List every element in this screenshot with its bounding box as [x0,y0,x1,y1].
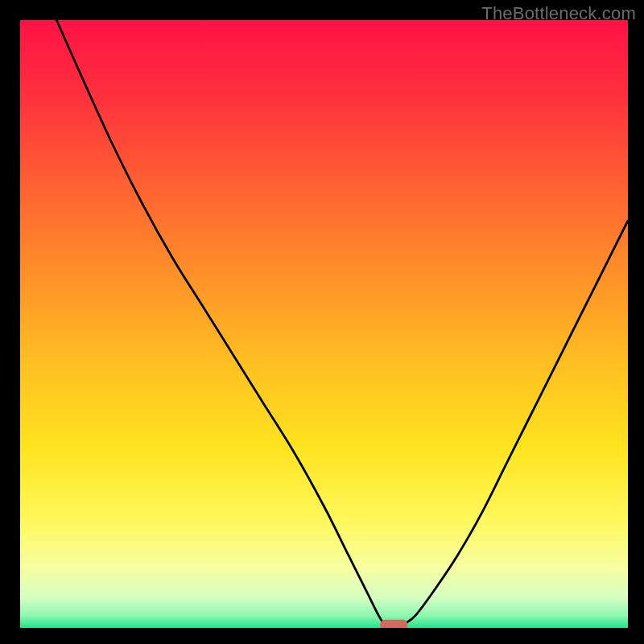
bottleneck-marker [380,620,407,628]
attribution-text: TheBottleneck.com [481,3,636,24]
bottleneck-chart [20,20,628,628]
chart-frame: TheBottleneck.com [0,0,644,644]
gradient-background [20,20,628,628]
